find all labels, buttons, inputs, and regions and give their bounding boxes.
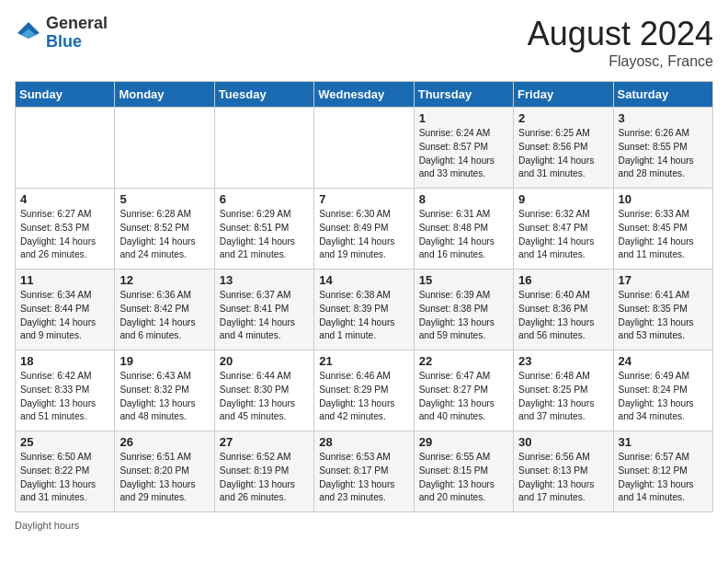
- day-info: Sunrise: 6:48 AM Sunset: 8:25 PM Dayligh…: [518, 370, 608, 424]
- day-info: Sunrise: 6:31 AM Sunset: 8:48 PM Dayligh…: [419, 208, 508, 262]
- day-info: Sunrise: 6:43 AM Sunset: 8:32 PM Dayligh…: [119, 370, 209, 424]
- day-number: 10: [619, 192, 708, 206]
- calendar-cell: 16Sunrise: 6:40 AM Sunset: 8:36 PM Dayli…: [514, 270, 613, 350]
- day-number: 9: [518, 192, 608, 206]
- day-number: 4: [20, 192, 109, 206]
- calendar-cell: 23Sunrise: 6:48 AM Sunset: 8:25 PM Dayli…: [514, 350, 613, 431]
- calendar-cell: 18Sunrise: 6:42 AM Sunset: 8:33 PM Dayli…: [16, 350, 115, 431]
- day-info: Sunrise: 6:24 AM Sunset: 8:57 PM Dayligh…: [419, 127, 508, 181]
- day-number: 25: [20, 435, 109, 449]
- day-info: Sunrise: 6:38 AM Sunset: 8:39 PM Dayligh…: [319, 289, 408, 343]
- calendar-cell: 30Sunrise: 6:56 AM Sunset: 8:13 PM Dayli…: [514, 431, 613, 512]
- logo-icon: [15, 19, 42, 47]
- day-info: Sunrise: 6:42 AM Sunset: 8:33 PM Dayligh…: [20, 370, 109, 424]
- calendar-cell: 22Sunrise: 6:47 AM Sunset: 8:27 PM Dayli…: [414, 350, 513, 431]
- day-number: 3: [619, 111, 708, 125]
- calendar-week-row: 1Sunrise: 6:24 AM Sunset: 8:57 PM Daylig…: [16, 108, 713, 189]
- day-number: 1: [419, 111, 508, 125]
- calendar-table: SundayMondayTuesdayWednesdayThursdayFrid…: [15, 81, 713, 512]
- day-number: 8: [419, 192, 508, 206]
- day-number: 28: [319, 435, 408, 449]
- day-info: Sunrise: 6:26 AM Sunset: 8:55 PM Dayligh…: [619, 127, 708, 181]
- day-number: 11: [20, 273, 109, 287]
- calendar-cell: [16, 108, 115, 189]
- calendar-cell: 8Sunrise: 6:31 AM Sunset: 8:48 PM Daylig…: [414, 189, 513, 270]
- day-number: 17: [619, 273, 708, 287]
- day-info: Sunrise: 6:28 AM Sunset: 8:52 PM Dayligh…: [119, 208, 209, 262]
- day-info: Sunrise: 6:37 AM Sunset: 8:41 PM Dayligh…: [220, 289, 309, 343]
- day-info: Sunrise: 6:29 AM Sunset: 8:51 PM Dayligh…: [220, 208, 309, 262]
- calendar-cell: 20Sunrise: 6:44 AM Sunset: 8:30 PM Dayli…: [214, 350, 313, 431]
- day-number: 14: [319, 273, 408, 287]
- calendar-cell: 10Sunrise: 6:33 AM Sunset: 8:45 PM Dayli…: [613, 189, 712, 270]
- day-info: Sunrise: 6:36 AM Sunset: 8:42 PM Dayligh…: [119, 289, 209, 343]
- day-number: 18: [20, 354, 109, 368]
- day-number: 12: [119, 273, 209, 287]
- title-block: August 2024 Flayosc, France: [528, 15, 713, 70]
- daylight-label: Daylight hours: [15, 520, 79, 531]
- calendar-cell: 3Sunrise: 6:26 AM Sunset: 8:55 PM Daylig…: [613, 108, 712, 189]
- day-info: Sunrise: 6:52 AM Sunset: 8:19 PM Dayligh…: [220, 451, 309, 505]
- day-info: Sunrise: 6:53 AM Sunset: 8:17 PM Dayligh…: [319, 451, 408, 505]
- calendar-cell: [115, 108, 214, 189]
- calendar-cell: 27Sunrise: 6:52 AM Sunset: 8:19 PM Dayli…: [214, 431, 313, 512]
- day-number: 20: [220, 354, 309, 368]
- calendar-week-row: 11Sunrise: 6:34 AM Sunset: 8:44 PM Dayli…: [16, 270, 713, 350]
- calendar-cell: 12Sunrise: 6:36 AM Sunset: 8:42 PM Dayli…: [115, 270, 214, 350]
- day-number: 21: [319, 354, 408, 368]
- calendar-week-row: 18Sunrise: 6:42 AM Sunset: 8:33 PM Dayli…: [16, 350, 713, 431]
- calendar-cell: 7Sunrise: 6:30 AM Sunset: 8:49 PM Daylig…: [314, 189, 414, 270]
- calendar-cell: 11Sunrise: 6:34 AM Sunset: 8:44 PM Dayli…: [16, 270, 115, 350]
- day-info: Sunrise: 6:33 AM Sunset: 8:45 PM Dayligh…: [619, 208, 708, 262]
- calendar-cell: 4Sunrise: 6:27 AM Sunset: 8:53 PM Daylig…: [16, 189, 115, 270]
- day-number: 29: [419, 435, 508, 449]
- day-number: 22: [419, 354, 508, 368]
- month-year: August 2024: [528, 15, 713, 53]
- calendar-week-row: 4Sunrise: 6:27 AM Sunset: 8:53 PM Daylig…: [16, 189, 713, 270]
- day-number: 24: [619, 354, 708, 368]
- location: Flayosc, France: [528, 53, 713, 70]
- day-info: Sunrise: 6:47 AM Sunset: 8:27 PM Dayligh…: [419, 370, 508, 424]
- calendar-cell: 6Sunrise: 6:29 AM Sunset: 8:51 PM Daylig…: [214, 189, 313, 270]
- day-number: 6: [220, 192, 309, 206]
- calendar-cell: 31Sunrise: 6:57 AM Sunset: 8:12 PM Dayli…: [613, 431, 712, 512]
- day-number: 26: [119, 435, 209, 449]
- calendar-cell: [214, 108, 313, 189]
- calendar-cell: 19Sunrise: 6:43 AM Sunset: 8:32 PM Dayli…: [115, 350, 214, 431]
- day-info: Sunrise: 6:40 AM Sunset: 8:36 PM Dayligh…: [518, 289, 608, 343]
- calendar-cell: 2Sunrise: 6:25 AM Sunset: 8:56 PM Daylig…: [514, 108, 613, 189]
- calendar-cell: 21Sunrise: 6:46 AM Sunset: 8:29 PM Dayli…: [314, 350, 414, 431]
- logo-text: General Blue: [46, 15, 108, 52]
- day-info: Sunrise: 6:46 AM Sunset: 8:29 PM Dayligh…: [319, 370, 408, 424]
- calendar-cell: 28Sunrise: 6:53 AM Sunset: 8:17 PM Dayli…: [314, 431, 414, 512]
- day-number: 30: [518, 435, 608, 449]
- day-of-week-header: Wednesday: [314, 82, 414, 108]
- day-info: Sunrise: 6:25 AM Sunset: 8:56 PM Dayligh…: [518, 127, 608, 181]
- day-number: 19: [119, 354, 209, 368]
- calendar-cell: 25Sunrise: 6:50 AM Sunset: 8:22 PM Dayli…: [16, 431, 115, 512]
- day-of-week-header: Monday: [115, 82, 214, 108]
- day-info: Sunrise: 6:49 AM Sunset: 8:24 PM Dayligh…: [619, 370, 708, 424]
- day-info: Sunrise: 6:55 AM Sunset: 8:15 PM Dayligh…: [419, 451, 508, 505]
- day-number: 23: [518, 354, 608, 368]
- day-info: Sunrise: 6:34 AM Sunset: 8:44 PM Dayligh…: [20, 289, 109, 343]
- day-number: 15: [419, 273, 508, 287]
- logo: General Blue: [15, 15, 108, 52]
- day-of-week-header: Tuesday: [214, 82, 313, 108]
- day-info: Sunrise: 6:39 AM Sunset: 8:38 PM Dayligh…: [419, 289, 508, 343]
- day-info: Sunrise: 6:41 AM Sunset: 8:35 PM Dayligh…: [619, 289, 708, 343]
- day-of-week-header: Saturday: [613, 82, 712, 108]
- footer: Daylight hours: [15, 520, 713, 531]
- calendar-cell: 9Sunrise: 6:32 AM Sunset: 8:47 PM Daylig…: [514, 189, 613, 270]
- day-number: 27: [220, 435, 309, 449]
- calendar-cell: 29Sunrise: 6:55 AM Sunset: 8:15 PM Dayli…: [414, 431, 513, 512]
- calendar-cell: 15Sunrise: 6:39 AM Sunset: 8:38 PM Dayli…: [414, 270, 513, 350]
- day-of-week-header: Sunday: [16, 82, 115, 108]
- calendar-cell: 14Sunrise: 6:38 AM Sunset: 8:39 PM Dayli…: [314, 270, 414, 350]
- calendar-cell: 17Sunrise: 6:41 AM Sunset: 8:35 PM Dayli…: [613, 270, 712, 350]
- page-header: General Blue August 2024 Flayosc, France: [15, 15, 713, 70]
- day-number: 2: [518, 111, 608, 125]
- day-of-week-header: Thursday: [414, 82, 513, 108]
- day-info: Sunrise: 6:27 AM Sunset: 8:53 PM Dayligh…: [20, 208, 109, 262]
- day-number: 31: [619, 435, 708, 449]
